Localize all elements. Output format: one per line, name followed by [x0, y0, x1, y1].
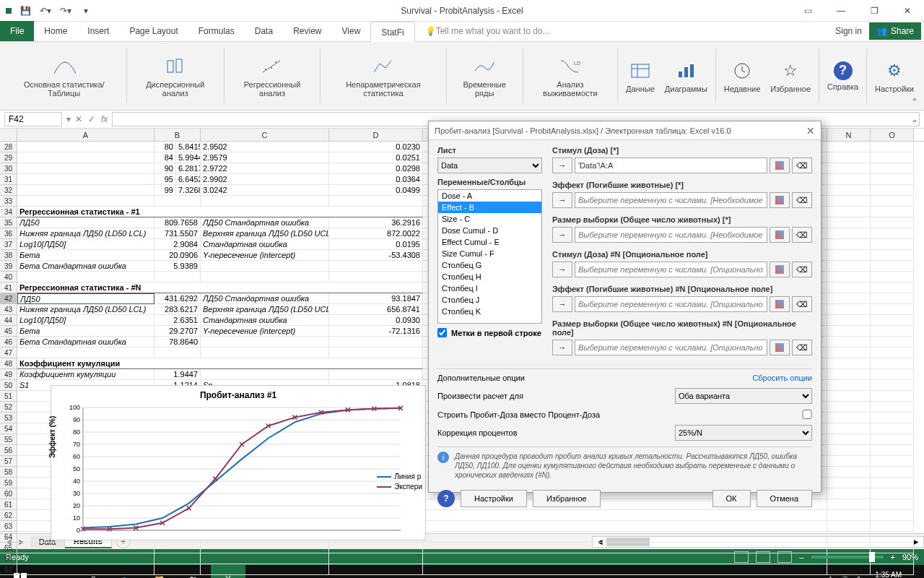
- tab-file[interactable]: File: [0, 21, 34, 41]
- var-item[interactable]: Size - C: [438, 213, 541, 225]
- f5-pick[interactable]: [770, 296, 790, 312]
- f4-clear[interactable]: ⌫: [792, 262, 812, 277]
- ribbon-nonparam[interactable]: Непараметрическая статистика: [324, 45, 443, 107]
- restore-button[interactable]: ❐: [858, 0, 891, 22]
- var-item[interactable]: Столбец H: [438, 271, 541, 282]
- tray-up-icon[interactable]: ˄: [829, 576, 832, 579]
- f6-assign[interactable]: →: [552, 340, 572, 355]
- dialog-settings-button[interactable]: Настройки: [461, 490, 527, 507]
- fx-icon[interactable]: fx: [101, 114, 108, 124]
- var-item[interactable]: Столбец I: [438, 282, 541, 294]
- tab-insert[interactable]: Insert: [77, 21, 119, 41]
- f3-clear[interactable]: ⌫: [792, 227, 812, 243]
- var-item[interactable]: Size Cumul - F: [438, 248, 541, 259]
- var-item[interactable]: Effect Cumul - E: [438, 236, 541, 248]
- calc-for-select[interactable]: Оба варианта: [675, 388, 812, 404]
- select-all-corner[interactable]: [0, 129, 17, 141]
- var-item[interactable]: Dose Cumul - D: [438, 225, 541, 236]
- signin-link[interactable]: Sign in: [835, 26, 862, 36]
- probit-dose-checkbox[interactable]: [802, 410, 812, 419]
- var-item[interactable]: Dose - A: [438, 190, 541, 202]
- f4-pick[interactable]: [770, 262, 790, 277]
- tab-page-layout[interactable]: Page Layout: [119, 21, 188, 41]
- undo-icon[interactable]: ↶▾: [39, 4, 52, 17]
- f1-assign[interactable]: →: [552, 158, 572, 173]
- f2-pick[interactable]: [770, 192, 790, 208]
- share-button[interactable]: 👥 Share: [869, 22, 921, 40]
- label-vars: Переменные/Столбцы: [437, 178, 542, 186]
- labels-first-row-checkbox[interactable]: Метки в первой строке: [437, 328, 542, 337]
- tab-statfi[interactable]: StatFi: [370, 22, 414, 42]
- correction-select[interactable]: 25%/N: [675, 425, 812, 441]
- svg-text:90: 90: [73, 416, 80, 423]
- probit-dialog: Пробит-анализ [Survival - ProbitAnalysis…: [428, 121, 821, 493]
- tab-data[interactable]: Data: [245, 21, 283, 41]
- tab-view[interactable]: View: [332, 21, 371, 41]
- save-icon[interactable]: 💾: [19, 4, 32, 17]
- cancel-formula-icon[interactable]: ✕: [75, 114, 82, 124]
- ribbon-timeseries[interactable]: Временные ряды: [450, 45, 519, 107]
- f2-input[interactable]: [575, 192, 767, 208]
- legend-exp: Экспери: [377, 483, 422, 491]
- redo-icon[interactable]: ↷▾: [59, 4, 72, 17]
- f6-input[interactable]: [575, 340, 767, 355]
- svg-text:80: 80: [73, 428, 80, 436]
- f6-pick[interactable]: [770, 340, 790, 355]
- tray-volume-icon[interactable]: 🔊: [840, 576, 848, 579]
- f5-clear[interactable]: ⌫: [792, 296, 812, 312]
- dialog-ok-button[interactable]: ОК: [712, 490, 751, 507]
- row-headers[interactable]: 2829303132333435363738394041424344454647…: [0, 142, 17, 533]
- f5-assign[interactable]: →: [552, 296, 572, 312]
- dialog-help-button[interactable]: ?: [437, 490, 455, 507]
- sheet-select[interactable]: Data: [437, 158, 542, 173]
- tray-network-icon[interactable]: 🖧: [855, 576, 863, 579]
- dialog-favorite-button[interactable]: Избранное: [533, 490, 601, 507]
- tab-formulas[interactable]: Formulas: [188, 21, 245, 41]
- accept-formula-icon[interactable]: ✓: [88, 114, 95, 124]
- variables-listbox[interactable]: Dose - AEffect - BSize - CDose Cumul - D…: [437, 189, 542, 324]
- ribbon-regression[interactable]: Регрессионный анализ: [228, 45, 316, 107]
- expand-formula-icon[interactable]: ⌄: [911, 114, 918, 124]
- dialog-cancel-button[interactable]: Отмена: [757, 490, 812, 507]
- tab-review[interactable]: Review: [283, 21, 331, 41]
- var-item[interactable]: Столбец K: [438, 306, 541, 317]
- f5-input[interactable]: [575, 296, 767, 312]
- ribbon-data[interactable]: Данные: [622, 45, 659, 107]
- reset-options-link[interactable]: Сбросить опции: [752, 374, 812, 382]
- f4-input[interactable]: [575, 262, 767, 277]
- dialog-close-button[interactable]: ✕: [806, 125, 815, 137]
- svg-text:60: 60: [73, 453, 80, 460]
- f3-assign[interactable]: →: [552, 227, 572, 243]
- tab-home[interactable]: Home: [34, 21, 77, 41]
- var-item[interactable]: Effect - B: [438, 202, 541, 213]
- ribbon-survival[interactable]: LDАнализ выживаемости: [527, 45, 614, 107]
- chart-probit[interactable]: Пробит-анализ #1 Эффект (%) 010203040506…: [51, 385, 426, 540]
- var-item[interactable]: Столбец G: [438, 259, 541, 271]
- zoom-slider[interactable]: [811, 556, 884, 558]
- f4-assign[interactable]: →: [552, 262, 572, 277]
- f1-clear[interactable]: ⌫: [792, 158, 812, 173]
- tell-me[interactable]: 💡 Tell me what you want to do...: [415, 21, 560, 41]
- f3-input[interactable]: [575, 227, 767, 243]
- ribbon-options-icon[interactable]: ▭: [791, 0, 824, 22]
- close-button[interactable]: ✕: [891, 0, 924, 22]
- var-item[interactable]: Столбец J: [438, 294, 541, 306]
- f1-pick[interactable]: [770, 158, 790, 173]
- qat-customize-icon[interactable]: ▾: [79, 4, 92, 17]
- f6-clear[interactable]: ⌫: [792, 340, 812, 355]
- action-center-icon[interactable]: ▭: [909, 576, 915, 579]
- f1-input[interactable]: [575, 158, 767, 173]
- f3-pick[interactable]: [770, 227, 790, 243]
- collapse-ribbon-icon[interactable]: ⌃: [911, 97, 918, 107]
- svg-text:50: 50: [73, 465, 80, 473]
- name-box[interactable]: F42: [4, 112, 62, 126]
- ribbon-anova[interactable]: Дисперсионный анализ: [130, 45, 220, 107]
- f2-clear[interactable]: ⌫: [792, 192, 812, 208]
- minimize-button[interactable]: —: [824, 0, 858, 22]
- ribbon-charts[interactable]: Диаграммы: [661, 45, 712, 107]
- ribbon-basic-stats[interactable]: Основная статистика/ Таблицы: [6, 45, 123, 107]
- f2-assign[interactable]: →: [552, 192, 572, 208]
- ribbon-recent[interactable]: Недавние: [720, 45, 765, 107]
- ribbon-help[interactable]: ?Справка: [823, 45, 863, 107]
- ribbon-favorites[interactable]: ☆Избранное: [766, 45, 815, 107]
